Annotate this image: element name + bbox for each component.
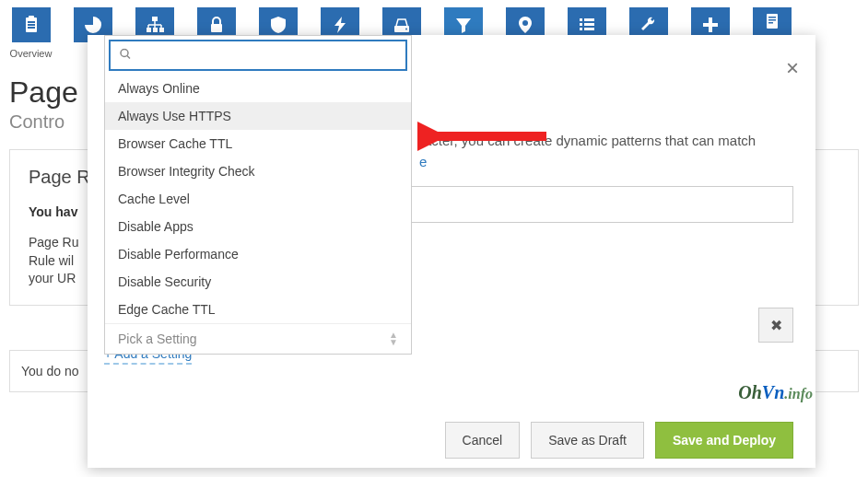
svg-rect-25 bbox=[703, 23, 718, 27]
svg-rect-18 bbox=[580, 18, 582, 21]
remove-setting-button[interactable]: ✖ bbox=[758, 308, 793, 343]
svg-point-16 bbox=[405, 29, 407, 30]
svg-rect-7 bbox=[153, 28, 158, 32]
watermark: OhVn.info bbox=[738, 382, 813, 403]
clipboard-icon bbox=[12, 7, 51, 42]
save-deploy-button[interactable]: Save and Deploy bbox=[655, 422, 793, 459]
setting-option[interactable]: Always Online bbox=[105, 75, 411, 102]
svg-rect-20 bbox=[580, 23, 582, 26]
setting-option[interactable]: Browser Integrity Check bbox=[105, 157, 411, 185]
svg-point-17 bbox=[522, 20, 528, 26]
svg-rect-19 bbox=[584, 18, 594, 21]
svg-rect-27 bbox=[768, 17, 776, 18]
setting-option[interactable]: Disable Performance bbox=[105, 240, 411, 268]
setting-placeholder[interactable]: Pick a Setting ▲▼ bbox=[105, 323, 411, 354]
save-draft-button[interactable]: Save as Draft bbox=[531, 422, 644, 459]
svg-rect-21 bbox=[584, 23, 594, 26]
nav-item-Overview[interactable]: Overview bbox=[0, 0, 62, 63]
svg-rect-8 bbox=[159, 28, 164, 32]
svg-rect-23 bbox=[584, 28, 594, 30]
setting-option[interactable]: Cache Level bbox=[105, 185, 411, 213]
nav-label: Overview bbox=[10, 48, 53, 59]
svg-rect-28 bbox=[768, 19, 776, 21]
chevron-updown-icon: ▲▼ bbox=[389, 332, 398, 346]
modal-footer: Cancel Save as Draft Save and Deploy bbox=[88, 422, 815, 459]
setting-search-wrap bbox=[109, 40, 407, 71]
svg-rect-3 bbox=[28, 24, 35, 26]
setting-options-list: Always OnlineAlways Use HTTPSBrowser Cac… bbox=[105, 75, 411, 323]
create-page-rule-modal: × racter, you can create dynamic pattern… bbox=[88, 35, 815, 468]
svg-point-30 bbox=[121, 50, 128, 57]
svg-rect-26 bbox=[767, 14, 778, 29]
svg-rect-22 bbox=[580, 28, 582, 30]
setting-dropdown: Always OnlineAlways Use HTTPSBrowser Cac… bbox=[104, 35, 412, 355]
annotation-arrow bbox=[417, 118, 556, 155]
svg-rect-14 bbox=[211, 24, 222, 32]
close-icon[interactable]: × bbox=[786, 55, 799, 81]
setting-search-input[interactable] bbox=[116, 48, 400, 63]
doc-icon bbox=[753, 7, 792, 35]
svg-line-31 bbox=[127, 56, 130, 59]
setting-option[interactable]: Browser Cache TTL bbox=[105, 130, 411, 157]
svg-rect-2 bbox=[28, 21, 35, 23]
svg-rect-5 bbox=[152, 17, 158, 21]
setting-option[interactable]: Disable Apps bbox=[105, 213, 411, 240]
setting-option[interactable]: Disable Security bbox=[105, 268, 411, 296]
svg-rect-6 bbox=[147, 28, 151, 32]
svg-rect-4 bbox=[28, 27, 35, 29]
svg-rect-29 bbox=[768, 22, 773, 24]
learn-more-link[interactable]: e bbox=[419, 154, 427, 169]
setting-option[interactable]: Edge Cache TTL bbox=[105, 296, 411, 323]
setting-option[interactable]: Always Use HTTPS bbox=[105, 102, 411, 130]
search-icon bbox=[120, 49, 131, 63]
svg-rect-1 bbox=[29, 16, 34, 19]
cancel-button[interactable]: Cancel bbox=[445, 422, 521, 459]
